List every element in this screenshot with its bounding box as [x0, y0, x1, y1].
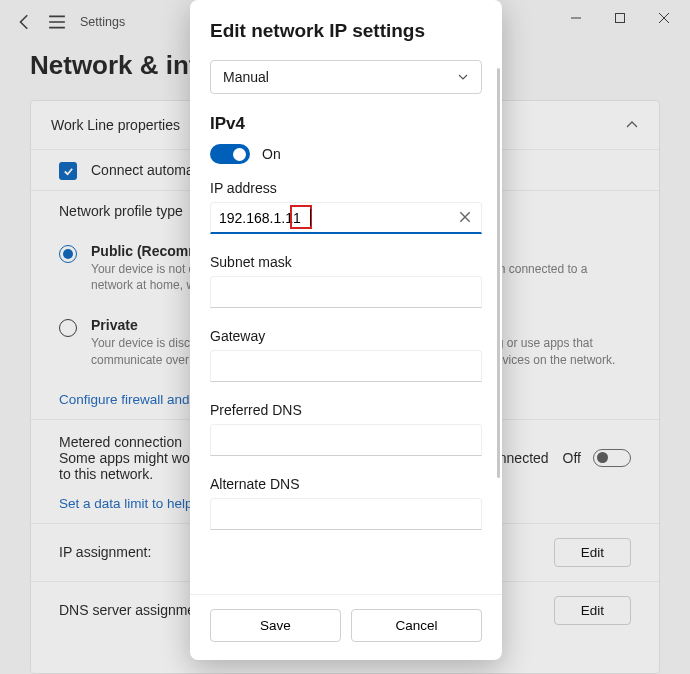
ip-mode-value: Manual [223, 69, 269, 85]
modal-scrollbar[interactable] [497, 68, 500, 478]
text-caret [310, 209, 311, 226]
dns-assignment-label: DNS server assignment: [59, 602, 211, 618]
breadcrumb: Settings [80, 15, 125, 29]
window-close-button[interactable] [642, 3, 686, 33]
subnet-mask-input[interactable] [210, 276, 482, 308]
ipv4-toggle-label: On [262, 146, 281, 162]
chevron-down-icon [457, 71, 469, 83]
metered-toggle[interactable] [593, 449, 631, 467]
dns-assignment-edit-button[interactable]: Edit [554, 596, 631, 625]
hamburger-icon[interactable] [48, 13, 66, 31]
clear-input-button[interactable] [458, 210, 472, 224]
profile-type-label: Network profile type [59, 203, 183, 219]
card-header-title: Work Line properties [51, 117, 180, 133]
metered-value: Off [563, 450, 581, 466]
window-maximize-button[interactable] [598, 3, 642, 33]
ip-address-label: IP address [210, 180, 482, 196]
connect-auto-checkbox[interactable] [59, 162, 77, 180]
cancel-button[interactable]: Cancel [351, 609, 482, 642]
ip-assignment-label: IP assignment: [59, 544, 151, 560]
public-radio[interactable] [59, 245, 77, 263]
save-button[interactable]: Save [210, 609, 341, 642]
gateway-input[interactable] [210, 350, 482, 382]
svg-rect-0 [616, 14, 625, 23]
ip-mode-select[interactable]: Manual [210, 60, 482, 94]
back-button[interactable] [16, 13, 34, 31]
preferred-dns-input[interactable] [210, 424, 482, 456]
gateway-label: Gateway [210, 328, 482, 344]
modal-title: Edit network IP settings [210, 20, 482, 42]
app-header: Settings [0, 4, 141, 40]
ipv4-section-label: IPv4 [210, 114, 482, 134]
preferred-dns-label: Preferred DNS [210, 402, 482, 418]
ip-address-input[interactable] [210, 202, 482, 234]
modal-footer: Save Cancel [190, 594, 502, 660]
private-radio[interactable] [59, 319, 77, 337]
alternate-dns-label: Alternate DNS [210, 476, 482, 492]
ip-assignment-edit-button[interactable]: Edit [554, 538, 631, 567]
window-minimize-button[interactable] [554, 3, 598, 33]
chevron-up-icon [625, 118, 639, 132]
subnet-mask-label: Subnet mask [210, 254, 482, 270]
alternate-dns-input[interactable] [210, 498, 482, 530]
edit-ip-modal: Edit network IP settings Manual IPv4 On … [190, 0, 502, 660]
ipv4-toggle[interactable] [210, 144, 250, 164]
